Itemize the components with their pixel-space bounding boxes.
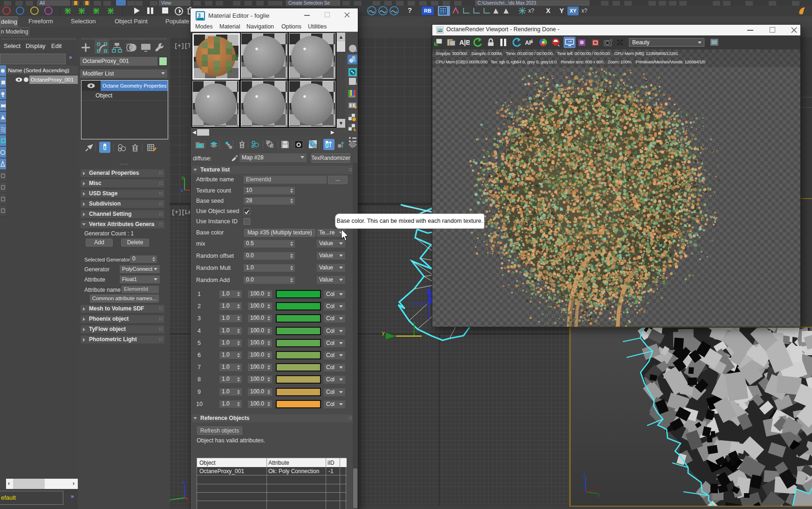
svg-text:z: z <box>583 472 586 477</box>
svg-text:z: z <box>181 187 184 193</box>
svg-text:y: y <box>598 492 600 497</box>
svg-text:AF: AF <box>525 40 532 46</box>
svg-text:y: y <box>182 174 184 180</box>
svg-text:y: y <box>382 330 385 336</box>
svg-text:O: O <box>296 141 301 148</box>
svg-text:3: 3 <box>198 13 201 18</box>
svg-text:A|B: A|B <box>459 39 470 46</box>
svg-text:x: x <box>596 485 598 490</box>
svg-text:z: z <box>183 480 185 485</box>
svg-text:x: x <box>187 499 189 502</box>
